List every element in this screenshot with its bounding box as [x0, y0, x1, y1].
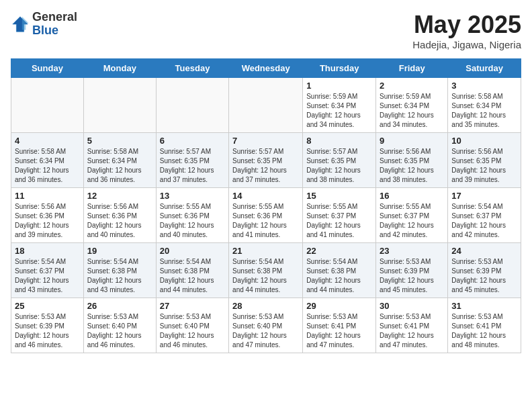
day-number: 15 — [306, 191, 372, 201]
day-number: 31 — [451, 301, 517, 311]
day-number: 30 — [380, 301, 444, 311]
day-info: Sunrise: 5:56 AM Sunset: 6:36 PM Dayligh… — [87, 202, 152, 240]
calendar-day-cell — [156, 78, 228, 133]
calendar-table: SundayMondayTuesdayWednesdayThursdayFrid… — [11, 58, 521, 353]
day-number: 4 — [15, 136, 80, 146]
day-info: Sunrise: 5:58 AM Sunset: 6:34 PM Dayligh… — [15, 147, 80, 185]
calendar-week-row: 18Sunrise: 5:54 AM Sunset: 6:37 PM Dayli… — [11, 243, 521, 298]
day-header-saturday: Saturday — [448, 59, 521, 78]
day-info: Sunrise: 5:54 AM Sunset: 6:37 PM Dayligh… — [451, 202, 517, 240]
calendar-day-cell: 15Sunrise: 5:55 AM Sunset: 6:37 PM Dayli… — [303, 188, 376, 243]
day-info: Sunrise: 5:54 AM Sunset: 6:38 PM Dayligh… — [87, 257, 152, 295]
day-number: 2 — [380, 81, 444, 91]
day-info: Sunrise: 5:53 AM Sunset: 6:41 PM Dayligh… — [380, 312, 444, 350]
calendar-day-cell: 30Sunrise: 5:53 AM Sunset: 6:41 PM Dayli… — [376, 298, 448, 353]
calendar-day-cell: 9Sunrise: 5:56 AM Sunset: 6:35 PM Daylig… — [376, 133, 448, 188]
day-number: 16 — [380, 191, 444, 201]
calendar-day-cell: 22Sunrise: 5:54 AM Sunset: 6:38 PM Dayli… — [303, 243, 376, 298]
calendar-day-cell: 23Sunrise: 5:53 AM Sunset: 6:39 PM Dayli… — [376, 243, 448, 298]
day-info: Sunrise: 5:53 AM Sunset: 6:39 PM Dayligh… — [451, 257, 517, 295]
day-info: Sunrise: 5:53 AM Sunset: 6:39 PM Dayligh… — [15, 312, 80, 350]
day-number: 27 — [160, 301, 225, 311]
calendar-day-cell: 18Sunrise: 5:54 AM Sunset: 6:37 PM Dayli… — [11, 243, 84, 298]
calendar-day-cell: 8Sunrise: 5:57 AM Sunset: 6:35 PM Daylig… — [303, 133, 376, 188]
day-info: Sunrise: 5:59 AM Sunset: 6:34 PM Dayligh… — [380, 92, 444, 130]
month-year: May 2025 — [412, 11, 521, 39]
logo-text: General Blue — [32, 11, 77, 38]
day-info: Sunrise: 5:53 AM Sunset: 6:40 PM Dayligh… — [232, 312, 299, 350]
calendar-day-cell: 12Sunrise: 5:56 AM Sunset: 6:36 PM Dayli… — [83, 188, 156, 243]
calendar-day-cell: 24Sunrise: 5:53 AM Sunset: 6:39 PM Dayli… — [448, 243, 521, 298]
day-header-friday: Friday — [376, 59, 448, 78]
calendar-day-cell: 27Sunrise: 5:53 AM Sunset: 6:40 PM Dayli… — [156, 298, 228, 353]
calendar-day-cell: 6Sunrise: 5:57 AM Sunset: 6:35 PM Daylig… — [156, 133, 228, 188]
day-number: 19 — [87, 246, 152, 256]
day-header-tuesday: Tuesday — [156, 59, 228, 78]
day-info: Sunrise: 5:53 AM Sunset: 6:41 PM Dayligh… — [451, 312, 517, 350]
calendar-day-cell: 21Sunrise: 5:54 AM Sunset: 6:38 PM Dayli… — [229, 243, 303, 298]
day-number: 5 — [87, 136, 152, 146]
calendar-day-cell: 4Sunrise: 5:58 AM Sunset: 6:34 PM Daylig… — [11, 133, 84, 188]
calendar-day-cell: 7Sunrise: 5:57 AM Sunset: 6:35 PM Daylig… — [229, 133, 303, 188]
day-info: Sunrise: 5:54 AM Sunset: 6:38 PM Dayligh… — [306, 257, 372, 295]
calendar-day-cell — [229, 78, 303, 133]
day-number: 1 — [306, 81, 372, 91]
day-number: 9 — [380, 136, 444, 146]
calendar-day-cell: 11Sunrise: 5:56 AM Sunset: 6:36 PM Dayli… — [11, 188, 84, 243]
calendar-week-row: 11Sunrise: 5:56 AM Sunset: 6:36 PM Dayli… — [11, 188, 521, 243]
day-info: Sunrise: 5:55 AM Sunset: 6:36 PM Dayligh… — [232, 202, 299, 240]
day-number: 18 — [15, 246, 80, 256]
calendar-day-cell: 31Sunrise: 5:53 AM Sunset: 6:41 PM Dayli… — [448, 298, 521, 353]
day-info: Sunrise: 5:55 AM Sunset: 6:37 PM Dayligh… — [306, 202, 372, 240]
day-info: Sunrise: 5:55 AM Sunset: 6:37 PM Dayligh… — [380, 202, 444, 240]
calendar-day-cell: 26Sunrise: 5:53 AM Sunset: 6:40 PM Dayli… — [83, 298, 156, 353]
calendar-day-cell: 20Sunrise: 5:54 AM Sunset: 6:38 PM Dayli… — [156, 243, 228, 298]
calendar-header-row: SundayMondayTuesdayWednesdayThursdayFrid… — [11, 59, 521, 78]
day-number: 29 — [306, 301, 372, 311]
day-header-monday: Monday — [83, 59, 156, 78]
day-info: Sunrise: 5:53 AM Sunset: 6:40 PM Dayligh… — [87, 312, 152, 350]
calendar-day-cell: 5Sunrise: 5:58 AM Sunset: 6:34 PM Daylig… — [83, 133, 156, 188]
day-info: Sunrise: 5:54 AM Sunset: 6:37 PM Dayligh… — [15, 257, 80, 295]
day-number: 17 — [451, 191, 517, 201]
day-number: 8 — [306, 136, 372, 146]
logo-blue: Blue — [32, 24, 77, 38]
day-number: 21 — [232, 246, 299, 256]
logo-general: General — [32, 11, 77, 24]
day-info: Sunrise: 5:58 AM Sunset: 6:34 PM Dayligh… — [451, 92, 517, 130]
calendar-week-row: 1Sunrise: 5:59 AM Sunset: 6:34 PM Daylig… — [11, 78, 521, 133]
day-info: Sunrise: 5:55 AM Sunset: 6:36 PM Dayligh… — [160, 202, 225, 240]
day-number: 7 — [232, 136, 299, 146]
day-header-sunday: Sunday — [11, 59, 84, 78]
day-number: 20 — [160, 246, 225, 256]
day-number: 3 — [451, 81, 517, 91]
calendar-day-cell: 2Sunrise: 5:59 AM Sunset: 6:34 PM Daylig… — [376, 78, 448, 133]
day-number: 22 — [306, 246, 372, 256]
calendar-week-row: 25Sunrise: 5:53 AM Sunset: 6:39 PM Dayli… — [11, 298, 521, 353]
calendar-day-cell: 10Sunrise: 5:56 AM Sunset: 6:35 PM Dayli… — [448, 133, 521, 188]
day-info: Sunrise: 5:54 AM Sunset: 6:38 PM Dayligh… — [232, 257, 299, 295]
calendar-day-cell: 13Sunrise: 5:55 AM Sunset: 6:36 PM Dayli… — [156, 188, 228, 243]
page-header: General Blue May 2025 Hadejia, Jigawa, N… — [11, 11, 521, 50]
calendar-day-cell: 1Sunrise: 5:59 AM Sunset: 6:34 PM Daylig… — [303, 78, 376, 133]
title-block: May 2025 Hadejia, Jigawa, Nigeria — [412, 11, 521, 50]
day-number: 23 — [380, 246, 444, 256]
calendar-day-cell: 3Sunrise: 5:58 AM Sunset: 6:34 PM Daylig… — [448, 78, 521, 133]
logo: General Blue — [11, 11, 77, 38]
calendar-day-cell — [11, 78, 84, 133]
day-info: Sunrise: 5:54 AM Sunset: 6:38 PM Dayligh… — [160, 257, 225, 295]
day-number: 14 — [232, 191, 299, 201]
calendar-day-cell: 17Sunrise: 5:54 AM Sunset: 6:37 PM Dayli… — [448, 188, 521, 243]
day-number: 10 — [451, 136, 517, 146]
day-info: Sunrise: 5:57 AM Sunset: 6:35 PM Dayligh… — [160, 147, 225, 185]
day-info: Sunrise: 5:56 AM Sunset: 6:36 PM Dayligh… — [15, 202, 80, 240]
calendar-day-cell — [83, 78, 156, 133]
day-info: Sunrise: 5:57 AM Sunset: 6:35 PM Dayligh… — [232, 147, 299, 185]
day-number: 25 — [15, 301, 80, 311]
calendar-day-cell: 25Sunrise: 5:53 AM Sunset: 6:39 PM Dayli… — [11, 298, 84, 353]
day-number: 12 — [87, 191, 152, 201]
day-info: Sunrise: 5:58 AM Sunset: 6:34 PM Dayligh… — [87, 147, 152, 185]
location: Hadejia, Jigawa, Nigeria — [412, 39, 521, 50]
calendar-day-cell: 19Sunrise: 5:54 AM Sunset: 6:38 PM Dayli… — [83, 243, 156, 298]
day-number: 26 — [87, 301, 152, 311]
